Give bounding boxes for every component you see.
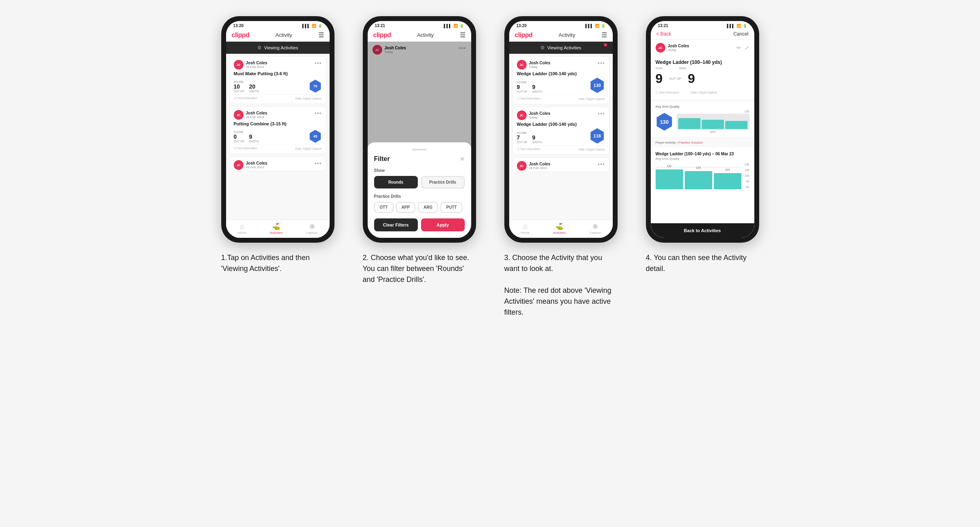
score-value-1-2: 0 — [234, 133, 244, 140]
status-icons-3: ▌▌▌ 📶 🔋 — [585, 24, 605, 28]
menu-icon-1[interactable]: ☰ — [318, 31, 324, 39]
signal-icon-4: ▌▌▌ — [727, 24, 734, 28]
activity-card-1-2[interactable]: JC Josh Coles 28 Feb 2023 ••• Putting Co… — [229, 106, 326, 154]
footer-left-1-1: ⓘ Test Information — [234, 96, 258, 100]
user-row-3-3: JC Josh Coles 28 Feb 2023 — [517, 161, 550, 171]
quality-badge-3-1: 130 — [590, 78, 605, 93]
nav-capture-1[interactable]: ⊕ Capture — [306, 222, 317, 235]
nav-capture-label-3: Capture — [589, 231, 601, 235]
detail-user-row-4: JC Josh Coles Today ✏ ⤢ — [651, 40, 754, 56]
battery-icon-3: 🔋 — [601, 24, 605, 28]
clear-filters-btn-2[interactable]: Clear Filters — [374, 218, 418, 231]
back-to-activities-4[interactable]: Back to Activities — [651, 223, 754, 238]
activity-banner-1[interactable]: ⚙ Viewing Activities — [226, 42, 330, 54]
modal-overlay-2: JC Josh Coles Today ••• Filte — [368, 42, 471, 238]
more-icon-1-2[interactable]: ••• — [315, 110, 322, 116]
red-dot-3 — [604, 43, 607, 47]
score-large-row-4: 9 OUT OF 9 — [656, 71, 695, 86]
card-title-1-2: Putting Combine (3-15 ft) — [234, 121, 322, 126]
card-footer-3-2: ⓘ Test Information Data: Clippd Capture — [517, 145, 605, 151]
banner-text-3: Viewing Activities — [547, 45, 581, 50]
capture-icon-3: ⊕ — [593, 222, 598, 230]
apply-btn-2[interactable]: Apply — [421, 218, 465, 231]
score-header-4: Score — [656, 67, 663, 70]
nav-capture-3[interactable]: ⊕ Capture — [589, 222, 601, 235]
time-2: 13:21 — [375, 23, 385, 28]
quality-badge-1-2: 45 — [309, 130, 322, 143]
logo-2: clippd — [373, 32, 391, 39]
activity-card-3-3[interactable]: JC Josh Coles 28 Feb 2023 ••• — [512, 157, 610, 172]
info-label-4: ⓘ Test Information — [656, 91, 679, 94]
user-name-3-1: Josh Coles — [529, 61, 550, 65]
filter-actions-2: Clear Filters Apply — [374, 218, 465, 231]
logo-1: clippd — [232, 32, 250, 39]
activity-banner-3[interactable]: ⚙ Viewing Activities — [509, 42, 613, 54]
session-type-4: Player Activity • Practice Session — [656, 141, 749, 144]
nav-activities-1[interactable]: ⛳ Activities — [270, 222, 283, 235]
drill-row-2: OTT APP ARG PUTT — [374, 202, 465, 213]
user-row-3-2: JC Josh Coles Today — [517, 110, 550, 120]
drill-ott-2[interactable]: OTT — [374, 202, 394, 213]
more-icon-3-2[interactable]: ••• — [598, 110, 605, 117]
out-of-1-1: OUT OF — [234, 90, 244, 93]
status-bar-1: 13:20 ▌▌▌ 📶 🔋 — [226, 21, 330, 29]
nav-activities-label-1: Activities — [270, 231, 283, 235]
status-icons-4: ▌▌▌ 📶 🔋 — [727, 24, 747, 28]
more-icon-3-3[interactable]: ••• — [598, 161, 605, 167]
detail-content-4: JC Josh Coles Today ✏ ⤢ We — [651, 40, 754, 238]
shots-header-4: Shots — [679, 67, 686, 70]
user-date-3-2: Today — [529, 116, 550, 119]
toggle-drills-2[interactable]: Practice Drills — [421, 176, 465, 188]
activity-card-1-3[interactable]: JC Josh Coles 28 Feb 2023 ••• — [229, 157, 326, 171]
phone-2: 13:21 ▌▌▌ 📶 🔋 clippd Activity ☰ — [363, 16, 476, 243]
avatar-3-2: JC — [517, 110, 527, 120]
nav-home-1[interactable]: ⌂ Home — [238, 223, 246, 235]
score-value-1-1: 10 — [234, 83, 244, 90]
card-footer-1-2: ⓘ Test Information Data: Clippd Capture — [234, 144, 322, 150]
activity-card-3-1[interactable]: JC Josh Coles Today ••• Wedge Ladder (10… — [512, 56, 610, 104]
toggle-rounds-2[interactable]: Rounds — [374, 176, 418, 188]
cancel-btn-4[interactable]: Cancel — [733, 31, 748, 37]
bottom-nav-1: ⌂ Home ⛳ Activities ⊕ Capture — [226, 220, 330, 238]
detail-header-4: < Back Cancel — [651, 29, 754, 40]
menu-icon-3[interactable]: ☰ — [601, 31, 607, 39]
user-date-4: Today — [668, 48, 689, 52]
activity-card-3-2[interactable]: JC Josh Coles Today ••• Wedge Ladder (10… — [512, 107, 610, 155]
sub-label-4: Avg Shot Quality — [656, 157, 749, 161]
nav-home-label-1: Home — [238, 231, 246, 235]
phone-1: 13:20 ▌▌▌ 📶 🔋 clippd Activity ☰ ⚙ Vi — [221, 16, 334, 243]
nav-home-3[interactable]: ⌂ Home — [521, 223, 529, 235]
user-row-1-3: JC Josh Coles 28 Feb 2023 — [234, 160, 267, 170]
drill-putt-2[interactable]: PUTT — [440, 202, 462, 213]
bottom-nav-3: ⌂ Home ⛳ Activities ⊕ Capture — [509, 220, 613, 238]
stats-row-3-2: Score 7 OUT OF 9 Shots 118 — [517, 128, 605, 144]
user-row-4: JC Josh Coles Today — [656, 43, 689, 53]
signal-icon-3: ▌▌▌ — [585, 24, 593, 28]
expand-icon-4[interactable]: ⤢ — [745, 44, 749, 51]
back-btn-4[interactable]: < Back — [656, 31, 671, 37]
drill-arg-2[interactable]: ARG — [418, 202, 438, 213]
close-btn-2[interactable]: ✕ — [460, 156, 465, 162]
shots-value-1-1: 20 — [249, 83, 259, 90]
status-bar-2: 13:21 ▌▌▌ 📶 🔋 — [368, 21, 471, 29]
nav-activities-3[interactable]: ⛳ Activities — [553, 222, 566, 235]
more-icon-3-1[interactable]: ••• — [598, 60, 605, 66]
score-label-1-1: Score — [234, 80, 244, 83]
wifi-icon-2: 📶 — [453, 24, 458, 28]
menu-icon-2[interactable]: ☰ — [460, 31, 466, 39]
wifi-icon-3: 📶 — [595, 24, 599, 28]
edit-icon-4[interactable]: ✏ — [737, 44, 741, 51]
filter-sheet-2: Filter ✕ Show Rounds Practice Drills Pra… — [368, 142, 471, 238]
drill-app-2[interactable]: APP — [396, 202, 416, 213]
user-name-4: Josh Coles — [668, 44, 689, 48]
more-icon-1-1[interactable]: ••• — [315, 60, 322, 66]
more-icon-1-3[interactable]: ••• — [315, 160, 322, 167]
sheet-handle-2 — [412, 149, 427, 150]
home-icon-3: ⌂ — [523, 223, 527, 230]
caption-2: 2. Choose what you'd like to see. You ca… — [363, 252, 476, 285]
phone-3: 13:20 ▌▌▌ 📶 🔋 clippd Activity ☰ ⚙ Viewin… — [504, 16, 618, 243]
activities-icon-3: ⛳ — [555, 222, 563, 230]
filter-icon-1: ⚙ — [257, 45, 262, 51]
shots-label-1-1: Shots — [249, 90, 259, 93]
activity-card-1-1[interactable]: JC Josh Coles 28 Feb 2023 ••• Must Make … — [229, 56, 326, 104]
